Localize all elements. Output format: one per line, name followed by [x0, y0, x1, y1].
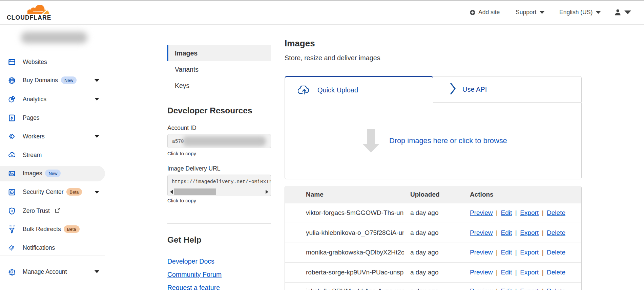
svg-text:CLOUDFLARE: CLOUDFLARE	[7, 14, 51, 21]
svg-text:www: www	[10, 79, 14, 81]
